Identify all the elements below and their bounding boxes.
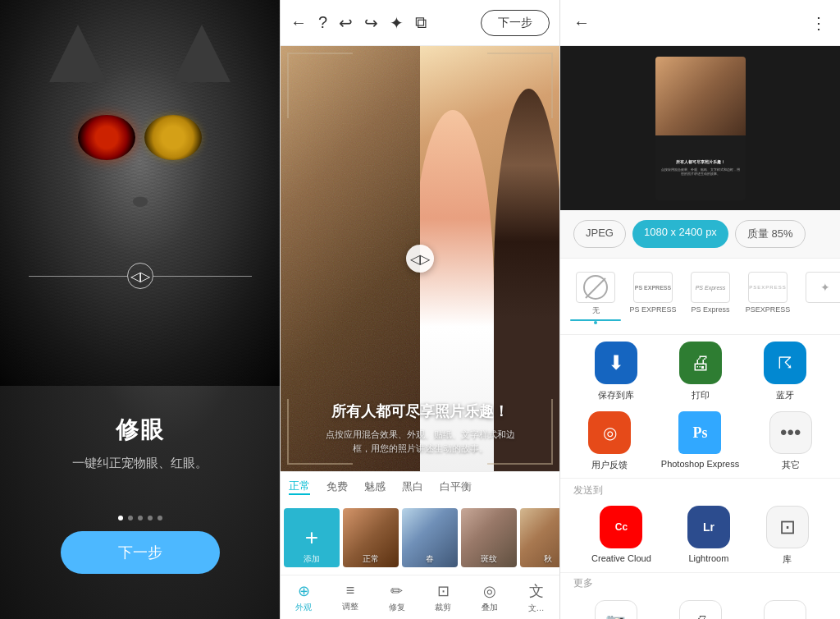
share-row-3: Cc Creative Cloud Lr Lightroom ⊡ 库	[560, 502, 840, 572]
overlay-label: 叠加	[482, 602, 498, 613]
overlay-icon: ◎	[483, 582, 496, 600]
panel2-next-button[interactable]: 下一步	[481, 10, 550, 36]
panel1-next-button[interactable]: 下一步	[61, 531, 220, 574]
dot-1	[118, 516, 123, 520]
nav-crop[interactable]: ⊡ 裁剪	[435, 582, 451, 613]
logo-ps-express-3[interactable]: PSEXPRESS PSEXPRESS	[739, 268, 797, 324]
filter-thumbnails: + 添加 正常 春 斑纹 秋	[281, 501, 559, 575]
no-watermark-icon	[576, 272, 615, 303]
more-row: 📷 🖨 •••	[560, 594, 840, 619]
thumb-stripe[interactable]: 斑纹	[461, 508, 517, 567]
more-icon-2[interactable]: 🖨	[679, 600, 722, 619]
format-badges: JPEG 1080 x 2400 px 质量 85%	[560, 210, 840, 259]
panel3-menu-icon[interactable]: ⋮	[810, 13, 827, 33]
logo-diamond[interactable]: ✦	[797, 268, 840, 324]
repair-icon: ✏	[390, 582, 403, 600]
bottom-nav: ⊕ 外观 ≡ 调整 ✏ 修复 ⊡ 裁剪 ◎ 叠加 文 文…	[281, 575, 559, 619]
filter-tab-free[interactable]: 免费	[326, 479, 348, 494]
badge-resolution[interactable]: 1080 x 2400 px	[632, 220, 728, 248]
logo-ps-express-1-label: PS EXPRESS	[629, 305, 676, 314]
thumb-normal[interactable]: 正常	[343, 508, 399, 567]
nav-overlay[interactable]: ◎ 叠加	[482, 582, 498, 613]
thumb-normal-label: 正常	[343, 553, 399, 565]
logo-ps-express-3-label: PSEXPRESS	[746, 305, 791, 314]
compare-icon[interactable]: ⧉	[415, 13, 427, 32]
share-feedback[interactable]: ◎ 用户反馈	[588, 411, 631, 471]
share-bluetooth[interactable]: ☈ 蓝牙	[764, 342, 806, 401]
undo-icon[interactable]: ↩	[339, 13, 353, 33]
share-library[interactable]: ⊡ 库	[766, 506, 809, 566]
thumb-autumn[interactable]: 秋	[520, 508, 559, 567]
logo-none-label: 无	[592, 305, 600, 316]
other-icon: •••	[769, 411, 812, 454]
badge-quality[interactable]: 质量 85%	[735, 220, 806, 248]
share-photoshop-express[interactable]: Ps Photoshop Express	[661, 411, 739, 471]
divider-right-line	[153, 276, 252, 277]
thumb-spring-label: 春	[402, 553, 458, 565]
send-to-label: 发送到	[560, 478, 840, 502]
promo-overlay: 所有人都可尽享照片乐趣！ 点按应用混合效果、外观、贴纸、文字样式和边框，用您的照…	[281, 401, 559, 455]
cat-eye-right	[144, 115, 202, 160]
filter-tab-wb[interactable]: 白平衡	[440, 479, 472, 494]
ps-express-logo-2: PS Express	[691, 272, 730, 303]
divider-left-line	[29, 276, 127, 277]
other-label: 其它	[782, 459, 800, 471]
nav-appearance[interactable]: ⊕ 外观	[295, 582, 312, 613]
share-save-library[interactable]: ⬇ 保存到库	[595, 342, 637, 401]
share-creative-cloud[interactable]: Cc Creative Cloud	[591, 506, 651, 566]
more-icon-3[interactable]: •••	[764, 600, 806, 619]
save-library-label: 保存到库	[598, 389, 634, 401]
add-photo-button[interactable]: + 添加	[284, 508, 340, 567]
add-label: 添加	[284, 553, 340, 565]
logo-ps-express-2-label: PS Express	[691, 305, 729, 314]
panel3-preview: 所有人都可尽享照片乐趣！ 点按应用混合效果、外观、贴纸、文字样式和边框，用您的照…	[560, 46, 840, 210]
photo-edit-area: ◁▷ 所有人都可尽享照片乐趣！ 点按应用混合效果、外观、贴纸、文字样式和边框，用…	[281, 46, 559, 471]
no-wm-circle	[583, 275, 608, 300]
share-print[interactable]: 🖨 打印	[679, 342, 722, 401]
add-icon: +	[305, 525, 318, 551]
dot-4	[148, 516, 153, 520]
thumb-autumn-label: 秋	[520, 553, 559, 565]
nav-adjust[interactable]: ≡ 调整	[342, 582, 358, 612]
promo-body: 点按应用混合效果、外观、贴纸、文字样式和边框，用您的照片讲述生动的故事。	[297, 428, 543, 455]
divider-handle-icon: ◁▷	[127, 263, 153, 289]
split-circle-icon: ◁▷	[406, 245, 434, 273]
badge-format[interactable]: JPEG	[573, 220, 626, 248]
magic-icon[interactable]: ✦	[390, 13, 404, 33]
share-lightroom[interactable]: Lr Lightroom	[687, 506, 730, 566]
panel3-topbar: ← ⋮	[560, 0, 840, 46]
nav-repair[interactable]: ✏ 修复	[389, 582, 405, 613]
nav-text[interactable]: 文 文…	[528, 581, 545, 614]
logo-ps-express-2[interactable]: PS Express PS Express	[682, 268, 739, 324]
preview-text-area: 所有人都可尽享照片乐趣！ 点按应用混合效果、外观、贴纸、文字样式和边框，用您的照…	[655, 135, 746, 200]
photoshop-express-label: Photoshop Express	[661, 459, 739, 469]
panel3-back-icon[interactable]: ←	[573, 13, 590, 32]
more-icon-1[interactable]: 📷	[595, 600, 637, 619]
panel1-title: 修眼	[0, 415, 280, 446]
filter-tab-bw[interactable]: 黑白	[402, 479, 423, 494]
logo-ps-express-1[interactable]: PS EXPRESS PS EXPRESS	[624, 268, 682, 324]
logo-none[interactable]: 无	[567, 268, 624, 324]
split-handle[interactable]: ◁▷	[406, 245, 434, 273]
filter-tab-charm[interactable]: 魅感	[364, 479, 386, 494]
divider-with-handle: ◁▷	[29, 263, 252, 289]
preview-photo	[655, 57, 746, 135]
thumb-spring[interactable]: 春	[402, 508, 458, 567]
appearance-icon: ⊕	[298, 582, 310, 600]
print-label: 打印	[692, 389, 710, 401]
filter-tab-normal[interactable]: 正常	[289, 479, 310, 495]
dot-3	[138, 516, 143, 520]
cat-nose	[133, 197, 148, 207]
adjust-icon: ≡	[346, 582, 355, 599]
help-icon[interactable]: ?	[318, 13, 327, 32]
redo-icon[interactable]: ↪	[364, 13, 378, 33]
share-other[interactable]: ••• 其它	[769, 411, 812, 471]
logo-active-indicator	[570, 319, 621, 321]
panel1-pet-eye-fix: ◁▷ 修眼 一键纠正宠物眼、红眼。 下一步	[0, 0, 280, 619]
promo-title: 所有人都可尽享照片乐趣！	[297, 401, 543, 421]
crop-label: 裁剪	[435, 602, 451, 613]
panel1-text-block: 修眼 一键纠正宠物眼、红眼。	[0, 415, 280, 471]
back-icon[interactable]: ←	[290, 13, 307, 32]
library-icon: ⊡	[766, 506, 809, 548]
crop-icon: ⊡	[437, 582, 450, 600]
